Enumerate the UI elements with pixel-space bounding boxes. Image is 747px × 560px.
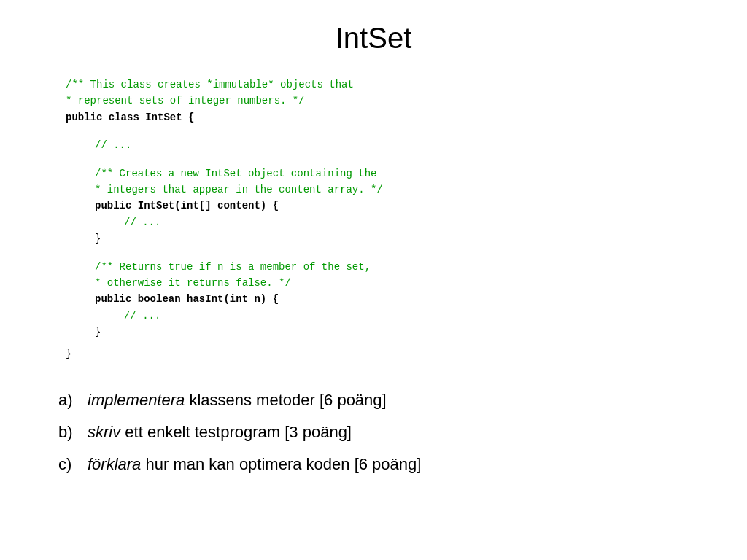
code-line-ellipsis: // ...	[66, 137, 703, 153]
list-item-points: [6 poäng]	[320, 391, 387, 409]
code-line-constructor-decl: public IntSet(int[] content) {	[66, 198, 703, 214]
list-item-content: implementera klassens metoder [6 poäng]	[88, 384, 387, 416]
task-list: a) implementera klassens metoder [6 poän…	[44, 384, 703, 481]
code-block: /** This class creates *immutable* objec…	[44, 77, 703, 362]
list-item-action: skriv	[88, 423, 120, 441]
list-item-action: förklara	[88, 455, 141, 473]
code-line-comment1-2: * represent sets of integer numbers. */	[66, 93, 703, 109]
code-line-method-decl: public boolean hasInt(int n) {	[66, 291, 703, 307]
list-item-label: c)	[58, 448, 80, 481]
list-item-text: ett enkelt testprogram	[125, 423, 285, 441]
code-line-constructor-close: }	[66, 230, 703, 246]
list-item-action: implementera	[88, 391, 185, 409]
list-item-content: förklara hur man kan optimera koden [6 p…	[88, 448, 421, 481]
list-item-points: [3 poäng]	[285, 423, 352, 441]
code-line-class-close: }	[66, 346, 703, 362]
list-item-label: b)	[58, 416, 80, 448]
code-line-comment2-2: * integers that appear in the content ar…	[66, 182, 703, 198]
page-title: IntSet	[336, 22, 412, 55]
list-item-text: klassens metoder	[189, 391, 320, 409]
list-item: b) skriv ett enkelt testprogram [3 poäng…	[58, 416, 703, 448]
list-item-content: skriv ett enkelt testprogram [3 poäng]	[88, 416, 352, 448]
list-item: a) implementera klassens metoder [6 poän…	[58, 384, 703, 416]
list-item-text: hur man kan optimera koden	[145, 455, 354, 473]
list-item-points: [6 poäng]	[355, 455, 422, 473]
list-item: c) förklara hur man kan optimera koden […	[58, 448, 703, 481]
code-line-method-body: // ...	[66, 308, 703, 324]
code-line-comment2-1: /** Creates a new IntSet object containi…	[66, 166, 703, 182]
list-item-label: a)	[58, 384, 80, 416]
code-line-comment1-1: /** This class creates *immutable* objec…	[66, 77, 703, 93]
code-line-comment3-1: /** Returns true if n is a member of the…	[66, 259, 703, 275]
code-line-comment3-2: * otherwise it returns false. */	[66, 275, 703, 291]
code-line-class-decl: public class IntSet {	[66, 109, 703, 125]
code-line-constructor-body: // ...	[66, 214, 703, 230]
code-line-method-close: }	[66, 324, 703, 340]
